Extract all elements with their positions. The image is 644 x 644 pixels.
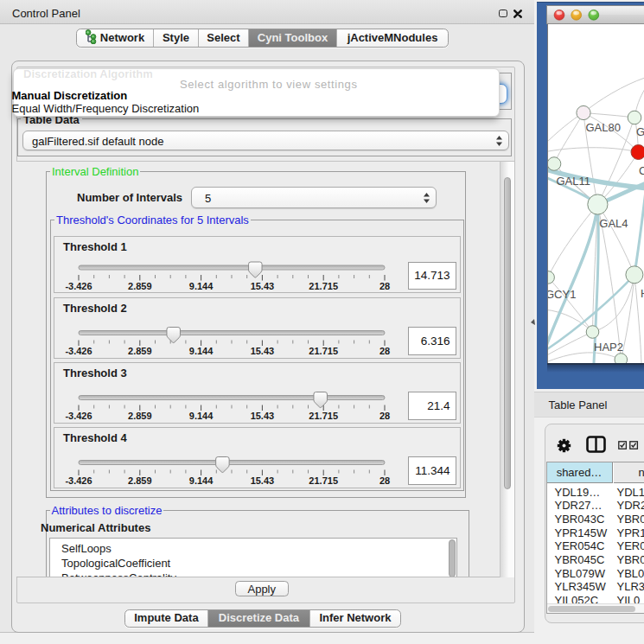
svg-text:2.859: 2.859	[128, 475, 152, 486]
svg-text:28: 28	[379, 475, 390, 486]
svg-text:GAL11: GAL11	[557, 175, 591, 188]
svg-text:9.144: 9.144	[189, 346, 214, 356]
svg-text:HAP2: HAP2	[594, 341, 623, 354]
svg-text:28: 28	[379, 346, 390, 356]
svg-text:21.715: 21.715	[309, 411, 338, 421]
svg-text:GAL4: GAL4	[599, 217, 628, 230]
svg-text:2.859: 2.859	[128, 346, 152, 356]
svg-text:-3.426: -3.426	[65, 411, 92, 421]
svg-text:9.144: 9.144	[189, 411, 214, 421]
svg-text:21.715: 21.715	[309, 475, 338, 486]
svg-text:-3.426: -3.426	[65, 475, 92, 486]
svg-text:2.859: 2.859	[128, 411, 152, 421]
svg-text:9.144: 9.144	[189, 475, 214, 486]
svg-text:15.43: 15.43	[251, 346, 275, 356]
svg-text:C: C	[639, 164, 644, 177]
svg-text:GAL80: GAL80	[586, 121, 621, 134]
svg-text:15.43: 15.43	[251, 280, 275, 290]
svg-text:21.715: 21.715	[309, 346, 338, 356]
svg-text:2.859: 2.859	[128, 280, 152, 290]
svg-text:-3.426: -3.426	[65, 346, 92, 356]
svg-text:-3.426: -3.426	[65, 280, 92, 290]
svg-text:15.43: 15.43	[251, 411, 275, 421]
svg-text:21.715: 21.715	[309, 280, 338, 290]
svg-text:15.43: 15.43	[251, 475, 275, 486]
svg-text:GCY1: GCY1	[547, 288, 576, 301]
svg-text:G.: G.	[636, 125, 644, 138]
svg-text:9.144: 9.144	[189, 280, 214, 290]
svg-text:28: 28	[379, 411, 390, 421]
svg-text:28: 28	[379, 280, 390, 290]
svg-text:H: H	[641, 287, 644, 300]
